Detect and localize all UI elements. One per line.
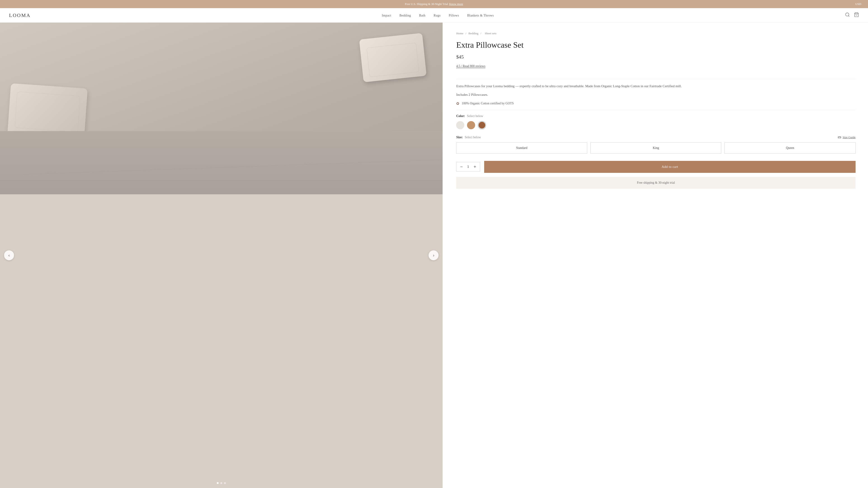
svg-point-0: [846, 13, 849, 16]
announcement-link[interactable]: Know more: [449, 2, 463, 6]
search-icon[interactable]: [845, 12, 850, 18]
size-guide-icon: [838, 135, 841, 139]
color-label: Color: Select below: [456, 114, 856, 118]
size-options: Standard King Queen: [456, 142, 856, 154]
product-title: Extra Pillowcase Set: [456, 40, 856, 50]
nav-item-impact[interactable]: Impact: [382, 13, 391, 18]
product-includes: Includes 2 Pillowcases.: [456, 93, 856, 97]
color-options: [456, 121, 856, 129]
size-guide-label: Size Guide: [843, 135, 856, 139]
color-hint: Select below: [467, 114, 483, 118]
announcement-text: Free U.S. Shipping & 30-Night Trial: [405, 2, 448, 6]
nav-item-bedding[interactable]: Bedding: [399, 13, 411, 18]
dot-2[interactable]: [220, 482, 222, 484]
quantity-decrease[interactable]: −: [460, 164, 463, 169]
color-swatch-sand[interactable]: [467, 121, 475, 129]
logo[interactable]: LOOMA: [9, 12, 31, 18]
organic-icon: ✿: [456, 101, 459, 106]
feature-item: ✿ 100% Organic Cotton certified by GOTS: [456, 101, 856, 106]
size-king[interactable]: King: [590, 142, 721, 154]
announcement-bar: Free U.S. Shipping & 30-Night Trial Know…: [0, 0, 868, 8]
svg-rect-3: [838, 136, 841, 138]
nav-item-bath[interactable]: Bath: [419, 13, 426, 18]
product-info-section: Home / Bedding / Sheet sets Extra Pillow…: [442, 23, 868, 488]
size-label: Size: Select below: [456, 135, 481, 139]
cart-row: − 1 + Add to cart: [456, 161, 856, 173]
header: LOOMA Impact Bedding Bath Rugs Pillows B…: [0, 8, 868, 23]
color-swatch-white[interactable]: [456, 121, 464, 129]
product-image-section: ‹ ›: [0, 23, 442, 488]
currency-label: USD: [855, 2, 861, 6]
product-price: $45: [456, 54, 856, 60]
nav-item-pillows[interactable]: Pillows: [449, 13, 459, 18]
breadcrumb: Home / Bedding / Sheet sets: [456, 32, 856, 35]
free-shipping-bar: Free shipping & 30-night trial: [456, 177, 856, 189]
next-image-button[interactable]: ›: [429, 250, 438, 260]
dot-1[interactable]: [217, 482, 219, 484]
svg-line-1: [848, 15, 849, 17]
nav-list: Impact Bedding Bath Rugs Pillows Blanket…: [382, 13, 494, 18]
reviews-link[interactable]: 4.5 / Read 800 reviews: [456, 64, 485, 69]
main-layout: ‹ › Home / Bedding / Sheet sets Extra Pi…: [0, 23, 868, 488]
image-dot-indicators: [217, 482, 226, 484]
quantity-value: 1: [466, 165, 470, 169]
nav-item-blankets[interactable]: Blankets & Throws: [467, 13, 494, 18]
size-header: Size: Select below Size Guide: [456, 135, 856, 139]
product-description: Extra Pillowcases for your Looma bedding…: [456, 84, 856, 89]
size-guide-link[interactable]: Size Guide: [838, 135, 856, 139]
size-queen[interactable]: Queen: [724, 142, 856, 154]
size-hint: Select below: [465, 135, 481, 139]
header-icons: [845, 12, 859, 18]
quantity-control: − 1 +: [456, 162, 480, 171]
prev-image-button[interactable]: ‹: [4, 250, 14, 260]
size-standard[interactable]: Standard: [456, 142, 587, 154]
breadcrumb-bedding[interactable]: Bedding: [468, 32, 478, 35]
breadcrumb-current: Sheet sets: [485, 32, 496, 35]
breadcrumb-home[interactable]: Home: [456, 32, 463, 35]
main-nav: Impact Bedding Bath Rugs Pillows Blanket…: [382, 13, 494, 18]
feature-text: 100% Organic Cotton certified by GOTS: [462, 102, 514, 105]
color-swatch-terracotta[interactable]: [478, 121, 486, 129]
cart-icon[interactable]: [854, 12, 859, 18]
add-to-cart-button[interactable]: Add to cart: [484, 161, 856, 173]
dot-3[interactable]: [224, 482, 226, 484]
product-image: [0, 23, 442, 194]
nav-item-rugs[interactable]: Rugs: [434, 13, 440, 18]
quantity-increase[interactable]: +: [473, 164, 476, 169]
